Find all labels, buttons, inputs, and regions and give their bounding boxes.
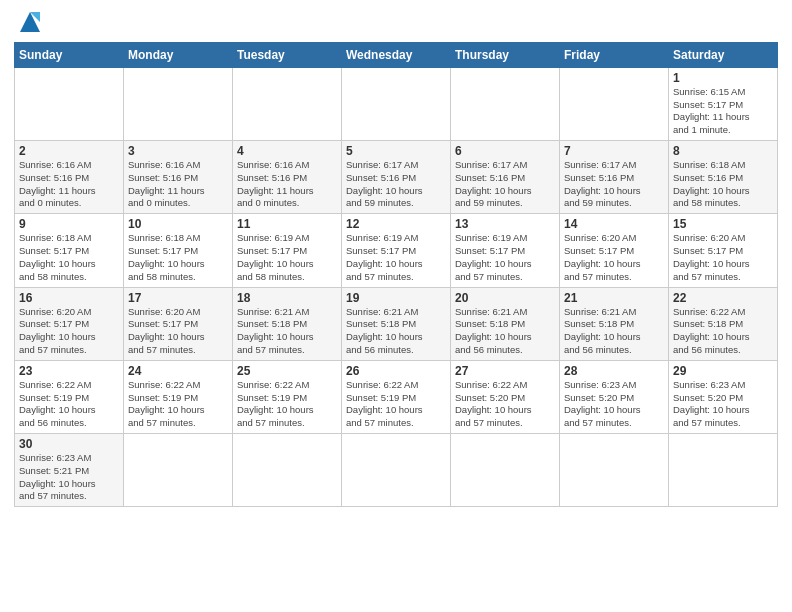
day-number: 14 — [564, 217, 664, 231]
calendar-cell — [560, 67, 669, 140]
day-number: 9 — [19, 217, 119, 231]
day-number: 7 — [564, 144, 664, 158]
calendar-cell — [451, 67, 560, 140]
calendar-cell — [560, 434, 669, 507]
day-number: 26 — [346, 364, 446, 378]
day-number: 25 — [237, 364, 337, 378]
calendar-cell: 11Sunrise: 6:19 AM Sunset: 5:17 PM Dayli… — [233, 214, 342, 287]
day-number: 20 — [455, 291, 555, 305]
day-info: Sunrise: 6:22 AM Sunset: 5:19 PM Dayligh… — [237, 379, 337, 430]
day-info: Sunrise: 6:19 AM Sunset: 5:17 PM Dayligh… — [237, 232, 337, 283]
calendar-cell: 5Sunrise: 6:17 AM Sunset: 5:16 PM Daylig… — [342, 141, 451, 214]
day-number: 17 — [128, 291, 228, 305]
day-info: Sunrise: 6:20 AM Sunset: 5:17 PM Dayligh… — [673, 232, 773, 283]
calendar-table: SundayMondayTuesdayWednesdayThursdayFrid… — [14, 42, 778, 508]
calendar-cell: 20Sunrise: 6:21 AM Sunset: 5:18 PM Dayli… — [451, 287, 560, 360]
calendar-week-row: 2Sunrise: 6:16 AM Sunset: 5:16 PM Daylig… — [15, 141, 778, 214]
calendar-cell — [233, 434, 342, 507]
day-info: Sunrise: 6:23 AM Sunset: 5:20 PM Dayligh… — [673, 379, 773, 430]
day-info: Sunrise: 6:21 AM Sunset: 5:18 PM Dayligh… — [237, 306, 337, 357]
day-info: Sunrise: 6:18 AM Sunset: 5:17 PM Dayligh… — [19, 232, 119, 283]
logo-icon — [16, 8, 44, 36]
day-number: 16 — [19, 291, 119, 305]
day-info: Sunrise: 6:22 AM Sunset: 5:20 PM Dayligh… — [455, 379, 555, 430]
day-number: 28 — [564, 364, 664, 378]
calendar-cell — [669, 434, 778, 507]
calendar-cell: 28Sunrise: 6:23 AM Sunset: 5:20 PM Dayli… — [560, 360, 669, 433]
calendar-cell — [451, 434, 560, 507]
day-info: Sunrise: 6:22 AM Sunset: 5:19 PM Dayligh… — [128, 379, 228, 430]
calendar-cell — [15, 67, 124, 140]
calendar-cell: 27Sunrise: 6:22 AM Sunset: 5:20 PM Dayli… — [451, 360, 560, 433]
calendar-cell: 26Sunrise: 6:22 AM Sunset: 5:19 PM Dayli… — [342, 360, 451, 433]
calendar-cell: 4Sunrise: 6:16 AM Sunset: 5:16 PM Daylig… — [233, 141, 342, 214]
day-number: 1 — [673, 71, 773, 85]
calendar-day-header: Monday — [124, 42, 233, 67]
day-info: Sunrise: 6:22 AM Sunset: 5:19 PM Dayligh… — [346, 379, 446, 430]
logo — [14, 10, 44, 36]
day-number: 3 — [128, 144, 228, 158]
day-number: 24 — [128, 364, 228, 378]
calendar-cell: 29Sunrise: 6:23 AM Sunset: 5:20 PM Dayli… — [669, 360, 778, 433]
day-number: 2 — [19, 144, 119, 158]
day-info: Sunrise: 6:18 AM Sunset: 5:16 PM Dayligh… — [673, 159, 773, 210]
calendar-cell: 2Sunrise: 6:16 AM Sunset: 5:16 PM Daylig… — [15, 141, 124, 214]
calendar-cell: 18Sunrise: 6:21 AM Sunset: 5:18 PM Dayli… — [233, 287, 342, 360]
day-number: 4 — [237, 144, 337, 158]
calendar-day-header: Wednesday — [342, 42, 451, 67]
calendar-day-header: Saturday — [669, 42, 778, 67]
calendar-cell: 23Sunrise: 6:22 AM Sunset: 5:19 PM Dayli… — [15, 360, 124, 433]
day-info: Sunrise: 6:19 AM Sunset: 5:17 PM Dayligh… — [346, 232, 446, 283]
day-number: 12 — [346, 217, 446, 231]
day-number: 13 — [455, 217, 555, 231]
day-info: Sunrise: 6:17 AM Sunset: 5:16 PM Dayligh… — [564, 159, 664, 210]
calendar-week-row: 9Sunrise: 6:18 AM Sunset: 5:17 PM Daylig… — [15, 214, 778, 287]
calendar-week-row: 30Sunrise: 6:23 AM Sunset: 5:21 PM Dayli… — [15, 434, 778, 507]
calendar-cell: 25Sunrise: 6:22 AM Sunset: 5:19 PM Dayli… — [233, 360, 342, 433]
calendar-cell: 19Sunrise: 6:21 AM Sunset: 5:18 PM Dayli… — [342, 287, 451, 360]
day-info: Sunrise: 6:17 AM Sunset: 5:16 PM Dayligh… — [455, 159, 555, 210]
calendar-cell — [342, 67, 451, 140]
day-info: Sunrise: 6:18 AM Sunset: 5:17 PM Dayligh… — [128, 232, 228, 283]
day-number: 15 — [673, 217, 773, 231]
day-number: 6 — [455, 144, 555, 158]
day-info: Sunrise: 6:21 AM Sunset: 5:18 PM Dayligh… — [455, 306, 555, 357]
day-number: 10 — [128, 217, 228, 231]
day-info: Sunrise: 6:20 AM Sunset: 5:17 PM Dayligh… — [128, 306, 228, 357]
day-number: 8 — [673, 144, 773, 158]
calendar-header-row: SundayMondayTuesdayWednesdayThursdayFrid… — [15, 42, 778, 67]
calendar-cell: 14Sunrise: 6:20 AM Sunset: 5:17 PM Dayli… — [560, 214, 669, 287]
page: SundayMondayTuesdayWednesdayThursdayFrid… — [0, 0, 792, 517]
calendar-cell: 9Sunrise: 6:18 AM Sunset: 5:17 PM Daylig… — [15, 214, 124, 287]
day-number: 29 — [673, 364, 773, 378]
calendar-cell: 15Sunrise: 6:20 AM Sunset: 5:17 PM Dayli… — [669, 214, 778, 287]
day-info: Sunrise: 6:23 AM Sunset: 5:21 PM Dayligh… — [19, 452, 119, 503]
calendar-week-row: 16Sunrise: 6:20 AM Sunset: 5:17 PM Dayli… — [15, 287, 778, 360]
calendar-cell — [233, 67, 342, 140]
day-info: Sunrise: 6:15 AM Sunset: 5:17 PM Dayligh… — [673, 86, 773, 137]
day-number: 19 — [346, 291, 446, 305]
day-info: Sunrise: 6:17 AM Sunset: 5:16 PM Dayligh… — [346, 159, 446, 210]
day-info: Sunrise: 6:20 AM Sunset: 5:17 PM Dayligh… — [564, 232, 664, 283]
day-info: Sunrise: 6:19 AM Sunset: 5:17 PM Dayligh… — [455, 232, 555, 283]
calendar-day-header: Tuesday — [233, 42, 342, 67]
calendar-cell: 30Sunrise: 6:23 AM Sunset: 5:21 PM Dayli… — [15, 434, 124, 507]
day-number: 11 — [237, 217, 337, 231]
calendar-day-header: Thursday — [451, 42, 560, 67]
day-info: Sunrise: 6:16 AM Sunset: 5:16 PM Dayligh… — [19, 159, 119, 210]
day-number: 22 — [673, 291, 773, 305]
day-number: 18 — [237, 291, 337, 305]
day-info: Sunrise: 6:16 AM Sunset: 5:16 PM Dayligh… — [128, 159, 228, 210]
day-info: Sunrise: 6:23 AM Sunset: 5:20 PM Dayligh… — [564, 379, 664, 430]
calendar-cell: 16Sunrise: 6:20 AM Sunset: 5:17 PM Dayli… — [15, 287, 124, 360]
day-info: Sunrise: 6:20 AM Sunset: 5:17 PM Dayligh… — [19, 306, 119, 357]
calendar-week-row: 23Sunrise: 6:22 AM Sunset: 5:19 PM Dayli… — [15, 360, 778, 433]
calendar-cell: 12Sunrise: 6:19 AM Sunset: 5:17 PM Dayli… — [342, 214, 451, 287]
calendar-day-header: Friday — [560, 42, 669, 67]
calendar-cell: 7Sunrise: 6:17 AM Sunset: 5:16 PM Daylig… — [560, 141, 669, 214]
day-number: 27 — [455, 364, 555, 378]
day-number: 23 — [19, 364, 119, 378]
calendar-cell: 13Sunrise: 6:19 AM Sunset: 5:17 PM Dayli… — [451, 214, 560, 287]
calendar-cell: 3Sunrise: 6:16 AM Sunset: 5:16 PM Daylig… — [124, 141, 233, 214]
calendar-cell — [342, 434, 451, 507]
